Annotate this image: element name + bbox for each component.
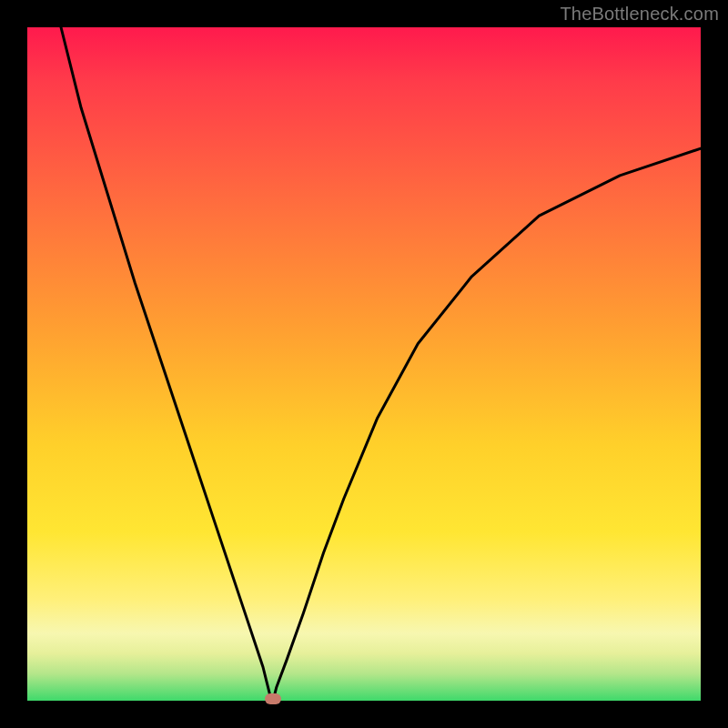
optimum-marker — [265, 693, 281, 704]
chart-frame: TheBottleneck.com — [0, 0, 728, 728]
curve-layer — [27, 27, 701, 701]
bottleneck-curve — [61, 27, 701, 701]
watermark-text: TheBottleneck.com — [560, 4, 719, 25]
plot-area — [27, 27, 701, 701]
